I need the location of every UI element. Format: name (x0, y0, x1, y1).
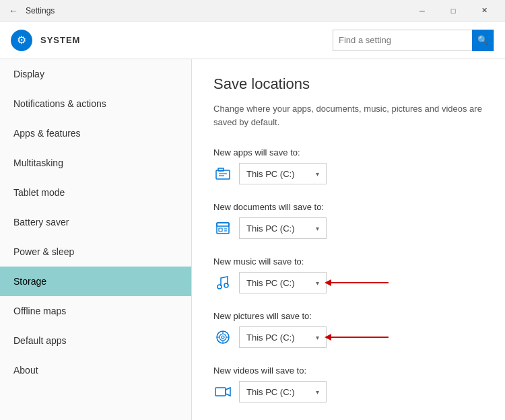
videos-save-dropdown[interactable]: This PC (C:) ▾ (239, 381, 327, 403)
pictures-dropdown-arrow: ▾ (316, 334, 319, 341)
documents-icon (213, 219, 232, 238)
minimize-button[interactable]: ─ (407, 0, 438, 22)
sidebar-item-default-apps[interactable]: Default apps (0, 326, 191, 355)
sidebar-item-notifications[interactable]: Notifications & actions (0, 89, 191, 118)
gear-icon: ⚙ (17, 34, 26, 46)
videos-save-control: This PC (C:) ▾ (213, 381, 483, 403)
sidebar-item-about[interactable]: About (0, 355, 191, 385)
svg-rect-1 (218, 168, 224, 171)
music-red-arrow (325, 278, 392, 287)
sidebar-item-display[interactable]: Display (0, 59, 191, 89)
videos-icon (213, 382, 232, 401)
music-dropdown-arrow: ▾ (316, 279, 319, 287)
pictures-save-dropdown[interactable]: This PC (C:) ▾ (239, 326, 327, 348)
main-layout: Display Notifications & actions Apps & f… (0, 59, 505, 420)
search-input[interactable] (333, 35, 472, 45)
maximize-button[interactable]: □ (438, 0, 469, 22)
back-button[interactable]: ← (5, 3, 22, 19)
music-save-dropdown[interactable]: This PC (C:) ▾ (239, 272, 327, 293)
close-button[interactable]: ✕ (469, 0, 500, 22)
page-description: Change where your apps, documents, music… (213, 102, 483, 129)
apps-save-dropdown[interactable]: This PC (C:) ▾ (239, 163, 327, 184)
pictures-save-control: This PC (C:) ▾ (213, 326, 483, 348)
pictures-red-arrow (325, 332, 392, 342)
music-save-location: New music will save to: This PC (C:) ▾ (213, 256, 483, 293)
videos-dropdown-arrow: ▾ (316, 388, 319, 396)
sidebar-item-offline-maps[interactable]: Offline maps (0, 296, 191, 326)
system-icon: ⚙ (11, 30, 32, 51)
videos-save-location: New videos will save to: This PC (C:) ▾ (213, 365, 483, 403)
page-title: Save locations (213, 75, 483, 93)
window-controls: ─ □ ✕ (407, 0, 500, 22)
svg-point-14 (220, 334, 226, 341)
documents-save-label: New documents will save to: (213, 202, 483, 212)
sidebar-item-battery-saver[interactable]: Battery saver (0, 207, 191, 237)
music-icon (213, 273, 232, 292)
music-save-control: This PC (C:) ▾ (213, 272, 483, 293)
apps-save-label: New apps will save to: (213, 147, 483, 158)
documents-save-location: New documents will save to: This PC (C:)… (213, 202, 483, 239)
apps-dropdown-arrow: ▾ (316, 170, 319, 178)
videos-save-label: New videos will save to: (213, 365, 483, 376)
search-box[interactable]: 🔍 (333, 30, 494, 51)
svg-rect-22 (215, 388, 226, 396)
svg-point-15 (222, 336, 224, 339)
sidebar-item-storage[interactable]: Storage (0, 267, 191, 296)
content-area: Save locations Change where your apps, d… (192, 59, 505, 420)
search-button[interactable]: 🔍 (472, 30, 494, 51)
svg-marker-12 (325, 279, 331, 286)
svg-rect-0 (216, 170, 230, 179)
apps-save-location: New apps will save to: This PC (C:) ▾ (213, 147, 483, 184)
sidebar-item-apps-features[interactable]: Apps & features (0, 118, 191, 148)
svg-point-9 (217, 285, 222, 289)
pictures-save-label: New pictures will save to: (213, 311, 483, 321)
music-save-label: New music will save to: (213, 256, 483, 267)
sidebar: Display Notifications & actions Apps & f… (0, 59, 192, 420)
sidebar-item-tablet-mode[interactable]: Tablet mode (0, 178, 191, 207)
documents-save-control: This PC (C:) ▾ (213, 217, 483, 239)
sidebar-item-power-sleep[interactable]: Power & sleep (0, 237, 191, 267)
apps-save-control: This PC (C:) ▾ (213, 163, 483, 184)
svg-rect-6 (219, 228, 222, 232)
svg-marker-23 (226, 388, 230, 396)
documents-dropdown-arrow: ▾ (316, 225, 319, 232)
pictures-save-location: New pictures will save to: This PC (C:) (213, 311, 483, 348)
pictures-icon (213, 328, 232, 347)
svg-rect-5 (217, 223, 229, 226)
documents-save-dropdown[interactable]: This PC (C:) ▾ (239, 217, 327, 239)
apps-icon (213, 164, 232, 183)
system-title: SYSTEM (40, 35, 80, 45)
sidebar-item-multitasking[interactable]: Multitasking (0, 148, 191, 178)
svg-marker-21 (325, 334, 331, 341)
svg-point-10 (224, 283, 228, 287)
title-bar-text: Settings (26, 6, 55, 15)
app-header: ⚙ SYSTEM 🔍 (0, 22, 505, 59)
title-bar: ← Settings ─ □ ✕ (0, 0, 505, 22)
